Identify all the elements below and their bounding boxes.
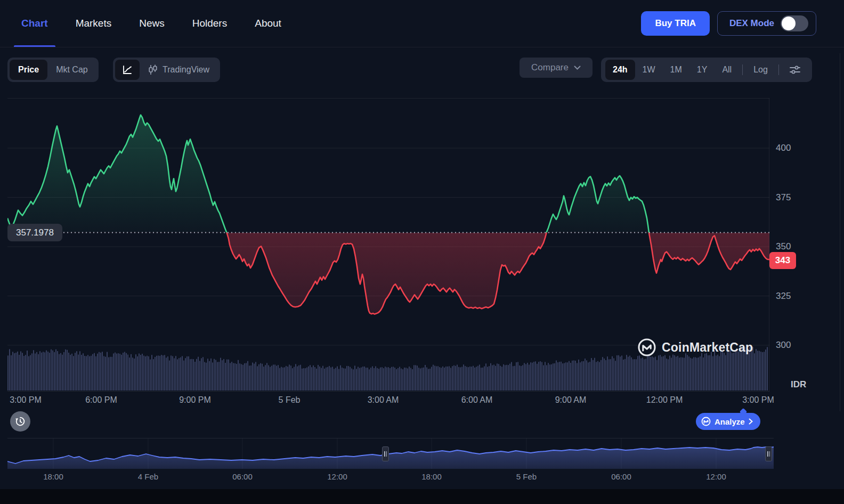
log-scale-toggle[interactable]: Log — [746, 60, 775, 80]
reset-zoom-button[interactable] — [10, 411, 30, 432]
watermark-text: CoinMarketCap — [662, 340, 753, 355]
coinmarketcap-watermark: CoinMarketCap — [637, 338, 753, 357]
chart-view-switch: TradingView — [113, 58, 220, 82]
y-axis-tick: 375 — [776, 192, 791, 203]
chevron-down-icon — [574, 66, 581, 70]
navigator-axis-tick: 12:00 — [706, 472, 726, 481]
x-axis-tick: 12:00 PM — [646, 395, 683, 405]
chart-settings-button[interactable] — [782, 60, 808, 80]
timeframe-all[interactable]: All — [715, 60, 739, 80]
buy-tria-button[interactable]: Buy TRIA — [641, 11, 710, 36]
tab-about[interactable]: About — [255, 0, 281, 47]
y-axis-tick: 400 — [776, 143, 791, 153]
timeframe-1m[interactable]: 1M — [663, 60, 689, 80]
tradingview-label: TradingView — [163, 65, 209, 75]
y-axis-tick: 300 — [776, 340, 791, 351]
timeframe-1w[interactable]: 1W — [635, 60, 663, 80]
tab-news[interactable]: News — [139, 0, 165, 47]
navigator-axis-tick: 4 Feb — [138, 472, 158, 481]
tab-holders[interactable]: Holders — [192, 0, 227, 47]
navigator-axis-tick: 18:00 — [421, 472, 442, 481]
x-axis-tick: 6:00 AM — [461, 395, 493, 405]
sliders-icon — [790, 65, 800, 75]
page-tabs: Chart Markets News Holders About — [21, 0, 281, 47]
page-bottom — [0, 489, 844, 504]
navigator-axis-tick: 18:00 — [43, 472, 63, 481]
tab-chart-label: Chart — [21, 18, 48, 29]
panel-edge — [840, 53, 840, 411]
tab-chart[interactable]: Chart — [21, 0, 48, 47]
x-axis-tick: 6:00 PM — [85, 395, 117, 405]
line-chart-view-chip[interactable] — [115, 60, 140, 80]
x-axis-tick: 9:00 PM — [179, 395, 211, 405]
currency-label: IDR — [791, 379, 806, 390]
analyze-button[interactable]: Analyze — [696, 413, 760, 430]
x-axis-tick: 9:00 AM — [555, 395, 587, 405]
chevron-right-icon — [749, 418, 753, 425]
navigator-left-handle[interactable] — [382, 446, 389, 461]
navigator-right-handle[interactable] — [765, 446, 772, 461]
x-axis-tick: 5 Feb — [279, 395, 301, 405]
x-axis-tick: 3:00 PM — [10, 395, 42, 405]
price-mktcap-switch: Price Mkt Cap — [7, 58, 99, 82]
price-chip[interactable]: Price — [10, 60, 47, 80]
y-axis-tick: 325 — [776, 291, 791, 302]
timeframe-24h[interactable]: 24h — [605, 60, 635, 80]
open-price-label: 357.1978 — [7, 224, 62, 241]
timeframe-1y[interactable]: 1Y — [689, 60, 715, 80]
dex-mode-label: DEX Mode — [729, 18, 774, 29]
chart-page: Chart Markets News Holders About Buy TRI… — [0, 0, 844, 504]
y-axis-tick: 350 — [776, 241, 791, 252]
tab-markets[interactable]: Markets — [76, 0, 112, 47]
x-axis-tick: 3:00 AM — [368, 395, 399, 405]
compare-dropdown[interactable]: Compare — [520, 58, 593, 78]
divider — [742, 64, 743, 75]
history-clock-icon — [14, 416, 26, 427]
x-axis-tick: 3:00 PM — [742, 395, 774, 405]
navigator-axis-tick: 12:00 — [327, 472, 347, 481]
chart-toolbar: Price Mkt Cap TradingView Comp — [0, 58, 844, 82]
mktcap-chip[interactable]: Mkt Cap — [47, 60, 96, 80]
navigator-axis-tick: 06:00 — [611, 472, 631, 481]
range-navigator[interactable] — [7, 438, 774, 469]
coinmarketcap-logo-icon — [637, 338, 656, 357]
dex-mode-control[interactable]: DEX Mode — [717, 11, 816, 36]
analyze-label: Analyze — [715, 417, 745, 426]
timeframe-switch: 24h 1W 1M 1Y All Log — [601, 58, 812, 82]
navbar-actions: Buy TRIA DEX Mode — [641, 11, 816, 36]
top-navbar: Chart Markets News Holders About Buy TRI… — [0, 0, 844, 47]
active-tab-underline — [14, 45, 55, 47]
candlestick-icon — [148, 64, 158, 75]
line-chart-icon — [122, 64, 133, 75]
navigator-axis-tick: 5 Feb — [516, 472, 537, 481]
coinmarketcap-logo-icon — [701, 417, 711, 426]
tradingview-chip[interactable]: TradingView — [140, 60, 218, 80]
toggle-knob — [782, 17, 796, 30]
divider — [778, 64, 779, 75]
dex-mode-toggle[interactable] — [781, 15, 808, 31]
navigator-axis-tick: 06:00 — [232, 472, 253, 481]
last-price-badge: 343 — [769, 252, 796, 269]
